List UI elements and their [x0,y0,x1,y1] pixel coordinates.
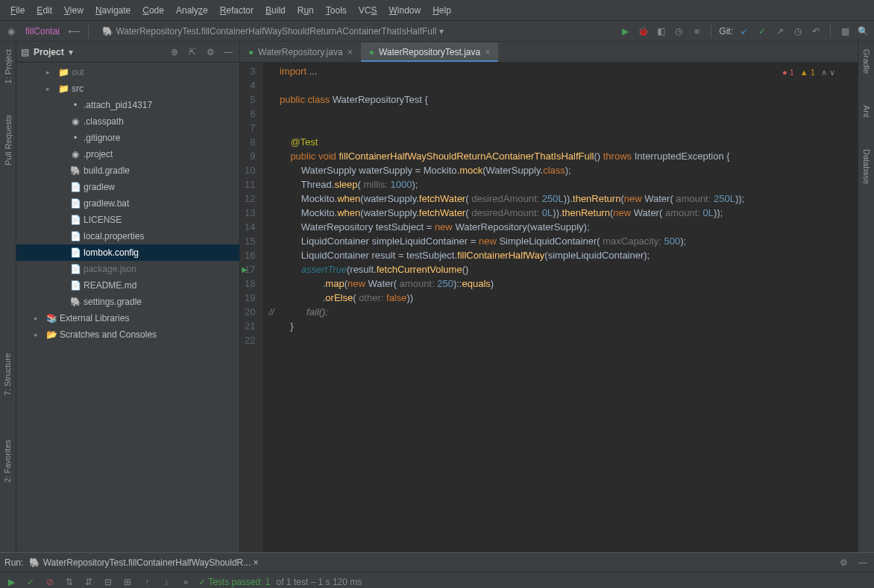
stop-button[interactable]: ■ [690,25,703,38]
tool-gradle[interactable]: Gradle [862,45,871,78]
menu-help[interactable]: Help [427,2,457,19]
inspection-indicator[interactable]: ● 1 ▲ 1 ∧ ∨ [782,66,835,80]
collapse2-icon[interactable]: ⊞ [121,575,134,589]
editor-tab[interactable]: ●WaterRepositoryTest.java× [361,42,499,62]
menu-window[interactable]: Window [383,2,427,19]
run-tool-window: Run: 🐘 WaterRepositoryTest.fillContainer… [0,552,874,588]
menu-build[interactable]: Build [260,2,292,19]
collapse-icon[interactable]: ⇱ [186,45,199,59]
debug-button[interactable]: 🐞 [636,25,650,38]
git-update-icon[interactable]: ↙ [738,25,751,38]
tree-item[interactable]: 📄gradlew [16,179,239,195]
project-tool-window: ▤ Project ▾ ⊕ ⇱ ⚙ — ▸📁out▸📁src•.attach_p… [16,42,240,552]
toggle-ignore-icon[interactable]: ⊘ [43,575,57,589]
git-history-icon[interactable]: ↗ [773,25,787,38]
project-title[interactable]: Project [34,47,64,57]
editor-content[interactable]: import ... public class WaterRepositoryT… [262,63,858,552]
coverage-button[interactable]: ◧ [654,25,667,38]
tree-item[interactable]: ▸📁out [16,64,239,80]
tree-item[interactable]: 📄lombok.config [16,244,239,261]
down-icon[interactable]: ↓ [160,575,173,589]
git-label: Git: [719,26,733,37]
right-tool-stripe: Gradle Ant Database [858,42,874,552]
profile-button[interactable]: ◷ [672,25,685,38]
run-settings-icon[interactable]: ⚙ [837,556,850,569]
search-everywhere-icon[interactable]: 🔍 [856,25,870,38]
tool-pull-requests[interactable]: Pull Requests [4,110,13,170]
tree-item[interactable]: •.attach_pid14317 [16,97,239,113]
run-config-path[interactable]: 🐘 WaterRepositoryTest.fillContainerHalfW… [96,26,614,37]
tree-item[interactable]: 📄LICENSE [16,212,239,228]
menu-edit[interactable]: Edit [31,2,58,19]
run-header: Run: 🐘 WaterRepositoryTest.fillContainer… [0,553,874,572]
menu-analyze[interactable]: Analyze [170,2,214,19]
project-header: ▤ Project ▾ ⊕ ⇱ ⚙ — [16,42,239,63]
main-area: 1: Project Pull Requests ▤ Project ▾ ⊕ ⇱… [0,42,874,552]
editor-area: ●WaterRepository.java×●WaterRepositoryTe… [240,42,858,552]
settings-icon[interactable]: ⚙ [204,45,217,59]
git-commit-icon[interactable]: ✓ [755,25,769,38]
menu-file[interactable]: File [4,2,31,19]
tree-item[interactable]: 📄README.md [16,277,239,294]
nav-back-icon[interactable]: ⟵ [67,25,81,38]
project-view-icon[interactable]: ▤ [21,47,29,57]
tree-item[interactable]: ◉.project [16,146,239,162]
git-clock-icon[interactable]: ◷ [791,25,805,38]
editor-tabs: ●WaterRepository.java×●WaterRepositoryTe… [240,42,858,63]
hide-icon[interactable]: — [221,45,235,59]
tree-item[interactable]: ▸📂Scratches and Consoles [16,326,239,343]
menu-view[interactable]: View [58,2,89,19]
menu-run[interactable]: Run [292,2,320,19]
menu-navigate[interactable]: Navigate [89,2,136,19]
tool-structure[interactable]: 7: Structure [3,353,12,396]
more-icon[interactable]: » [179,575,192,589]
tool-project[interactable]: 1: Project [4,45,13,88]
sort2-icon[interactable]: ⇵ [82,575,95,589]
tree-item[interactable]: 📄gradlew.bat [16,195,239,212]
tree-item[interactable]: ▸📁src [16,80,239,97]
project-structure-icon[interactable]: ▦ [838,25,852,38]
git-revert-icon[interactable]: ↶ [809,25,823,38]
tree-item[interactable]: 🐘build.gradle [16,162,239,179]
tree-item[interactable]: 🐘settings.gradle [16,294,239,310]
run-button[interactable]: ▶ [618,25,632,38]
rerun-icon[interactable]: ▶ [4,575,18,589]
toggle-pass-icon[interactable]: ✓ [24,575,37,589]
run-hide-icon[interactable]: — [856,556,870,569]
code-editor[interactable]: ● 1 ▲ 1 ∧ ∨ 345678910111213141516▶171819… [240,63,858,552]
locate-icon[interactable]: ⊕ [168,45,181,59]
tree-item[interactable]: •.gitignore [16,130,239,146]
test-toolbar: ▶ ✓ ⊘ ⇅ ⇵ ⊟ ⊞ ↑ ↓ » ✓ Tests passed: 1 of… [0,572,874,588]
run-tab[interactable]: 🐘 WaterRepositoryTest.fillContainerHalfW… [29,557,258,568]
run-title: Run: [4,557,23,568]
main-menu-bar: File Edit View Navigate Code Analyze Ref… [0,0,874,21]
tree-item[interactable]: ▸📚External Libraries [16,310,239,326]
project-tree[interactable]: ▸📁out▸📁src•.attach_pid14317◉.classpath•.… [16,63,239,552]
tree-item[interactable]: ◉.classpath [16,113,239,130]
main-toolbar: ◉ fillContai ⟵ 🐘 WaterRepositoryTest.fil… [0,21,874,42]
expand-icon[interactable]: ⊟ [101,575,115,589]
menu-vcs[interactable]: VCS [353,2,383,19]
menu-refactor[interactable]: Refactor [214,2,260,19]
tool-ant[interactable]: Ant [862,101,871,122]
tool-favorites[interactable]: 2: Favorites [3,440,12,482]
tree-item[interactable]: 📄package.json [16,261,239,277]
editor-gutter: 345678910111213141516▶171819202122 [240,63,262,552]
sort-icon[interactable]: ⇅ [63,575,76,589]
tree-item[interactable]: 📄local.properties [16,228,239,244]
tool-database[interactable]: Database [862,145,871,189]
menu-code[interactable]: Code [136,2,170,19]
app-icon: ◉ [4,25,18,38]
editor-tab[interactable]: ●WaterRepository.java× [240,42,361,62]
run-config-selector[interactable]: fillContai [22,26,63,37]
menu-tools[interactable]: Tools [320,2,353,19]
up-icon[interactable]: ↑ [140,575,154,589]
